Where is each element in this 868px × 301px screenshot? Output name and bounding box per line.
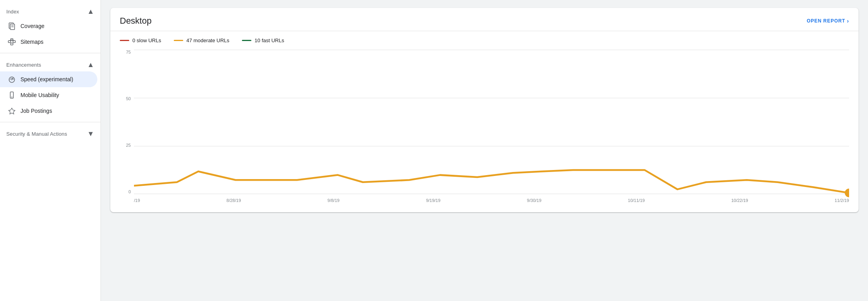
speed-icon: [8, 75, 16, 83]
x-label-7: 11/2/19: [835, 198, 849, 203]
legend-fast-line: [242, 40, 251, 41]
card-header: Desktop OPEN REPORT ›: [110, 8, 859, 31]
divider-2: [0, 122, 100, 122]
sitemaps-icon: [8, 38, 16, 46]
legend-slow: 0 slow URLs: [120, 37, 161, 43]
sidebar-item-coverage[interactable]: Coverage: [0, 18, 97, 34]
sidebar-item-mobile-usability-label: Mobile Usability: [20, 92, 59, 98]
x-label-0: /19: [134, 198, 140, 203]
sidebar-item-job-postings[interactable]: Job Postings: [0, 103, 97, 119]
y-label-0: 0: [120, 189, 134, 194]
sidebar-section-security-title: Security & Manual Actions: [6, 131, 67, 137]
y-label-50: 50: [120, 96, 134, 101]
job-postings-icon: [8, 107, 16, 115]
main-content: Desktop OPEN REPORT › 0 slow URLs 47 mod…: [101, 0, 868, 301]
open-report-link[interactable]: OPEN REPORT ›: [807, 18, 849, 24]
sidebar-section-enhancements: Enhancements ▲ Speed (experimental): [0, 56, 100, 119]
sidebar-section-security-header[interactable]: Security & Manual Actions ▼: [0, 125, 100, 140]
divider-1: [0, 53, 100, 53]
x-axis: /19 8/28/19 9/8/19 9/19/19 9/30/19 10/11…: [134, 195, 849, 206]
legend-fast: 10 fast URLs: [242, 37, 284, 43]
svg-rect-4: [8, 41, 11, 43]
x-label-1: 8/28/19: [227, 198, 241, 203]
legend-fast-label: 10 fast URLs: [255, 37, 284, 43]
legend-slow-line: [120, 40, 129, 41]
svg-point-13: [11, 79, 12, 80]
desktop-card: Desktop OPEN REPORT › 0 slow URLs 47 mod…: [110, 8, 859, 212]
sidebar-section-enhancements-header[interactable]: Enhancements ▲: [0, 56, 100, 71]
sidebar-section-enhancements-title: Enhancements: [6, 62, 41, 68]
sidebar-item-sitemaps[interactable]: Sitemaps: [0, 34, 97, 50]
sidebar-section-index: Index ▲ Coverage: [0, 3, 100, 50]
open-report-arrow-icon: ›: [847, 18, 849, 24]
x-label-6: 10/22/19: [731, 198, 748, 203]
y-label-25: 25: [120, 143, 134, 148]
card-title: Desktop: [120, 16, 152, 26]
sidebar-section-index-header[interactable]: Index ▲: [0, 3, 100, 18]
coverage-icon: [8, 22, 16, 30]
y-axis: 75 50 25 0: [120, 50, 134, 194]
x-label-3: 9/19/19: [426, 198, 441, 203]
chevron-up-icon-index: ▲: [87, 8, 94, 15]
chart-area: 75 50 25 0: [120, 50, 849, 206]
moderate-line: [134, 170, 849, 193]
sidebar-item-coverage-label: Coverage: [20, 23, 45, 29]
sidebar-item-mobile-usability[interactable]: Mobile Usability: [0, 87, 97, 103]
x-label-5: 10/11/19: [628, 198, 645, 203]
legend-moderate-label: 47 moderate URLs: [186, 37, 229, 43]
x-label-2: 9/8/19: [327, 198, 340, 203]
chart-container: 75 50 25 0: [110, 47, 859, 212]
chevron-up-icon-enhancements: ▲: [87, 61, 94, 68]
svg-rect-5: [11, 39, 13, 41]
sidebar-item-job-postings-label: Job Postings: [20, 108, 52, 114]
chevron-down-icon-security: ▼: [87, 130, 94, 137]
svg-rect-6: [13, 41, 15, 43]
chart-svg: [134, 50, 849, 212]
open-report-label: OPEN REPORT: [807, 18, 845, 24]
y-label-75: 75: [120, 50, 134, 54]
sidebar-item-speed-label: Speed (experimental): [20, 76, 73, 82]
sidebar-item-sitemaps-label: Sitemaps: [20, 39, 43, 45]
sidebar-item-speed[interactable]: Speed (experimental): [0, 71, 97, 87]
x-label-4: 9/30/19: [527, 198, 541, 203]
legend-slow-label: 0 slow URLs: [132, 37, 161, 43]
sidebar-section-security: Security & Manual Actions ▼: [0, 125, 100, 140]
legend-moderate-line: [174, 40, 183, 41]
mobile-icon: [8, 91, 16, 99]
sidebar: Index ▲ Coverage: [0, 0, 101, 301]
legend-moderate: 47 moderate URLs: [174, 37, 229, 43]
svg-rect-7: [11, 43, 13, 45]
sidebar-section-index-title: Index: [6, 9, 19, 15]
chart-legend: 0 slow URLs 47 moderate URLs 10 fast URL…: [110, 31, 859, 47]
